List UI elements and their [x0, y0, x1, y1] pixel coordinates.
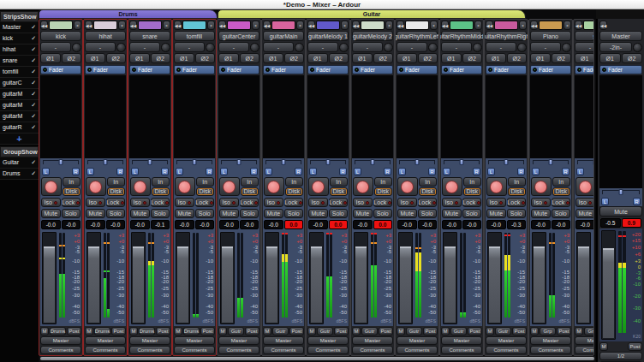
gain-display[interactable]: -0.0 — [219, 220, 239, 229]
processor-active-led[interactable] — [43, 68, 47, 72]
output-button[interactable]: Master — [263, 336, 304, 345]
trim-knob[interactable] — [72, 43, 81, 52]
solo-lock-button[interactable]: Lock — [418, 198, 438, 207]
input-button[interactable]: - — [218, 42, 249, 52]
pan-left-button[interactable]: L — [354, 168, 361, 175]
solo-isolate-button[interactable]: Iso — [575, 198, 594, 207]
monitor-input-button[interactable]: In — [374, 177, 393, 187]
sidebar-strip-row[interactable]: guitarM ✓ — [0, 111, 39, 122]
output-button[interactable]: Master — [218, 336, 259, 345]
gain-display[interactable]: -0.0 — [264, 220, 283, 229]
strip-width-icon[interactable]: ◀◀ — [397, 21, 404, 30]
solo-lock-button[interactable]: Lock — [240, 198, 259, 207]
solo-button[interactable]: Solo — [106, 209, 126, 218]
show-checkbox[interactable]: ✓ — [31, 102, 36, 109]
sidebar-strip-row[interactable]: Guitar ✓ — [0, 157, 39, 169]
fader[interactable] — [176, 232, 190, 324]
pan-right-button[interactable]: R — [116, 168, 124, 175]
peak-display[interactable]: 0.0 — [373, 220, 393, 229]
color-chip[interactable] — [405, 21, 429, 30]
pan-slider[interactable] — [593, 159, 595, 165]
mute-button[interactable]: Mute — [175, 209, 194, 218]
monitor-input-button[interactable]: In — [330, 177, 349, 187]
monitor-disk-button[interactable]: Disk — [196, 187, 215, 197]
master-name-button[interactable]: Master — [599, 31, 642, 41]
record-enable-button[interactable] — [442, 177, 462, 196]
fader-handle[interactable] — [489, 246, 500, 323]
comments-button[interactable]: Comments — [441, 346, 482, 354]
fader-handle[interactable] — [444, 246, 456, 323]
show-checkbox[interactable]: ✓ — [31, 113, 36, 120]
master-input-button[interactable]: -2in- — [599, 42, 632, 52]
record-enable-button[interactable] — [86, 177, 106, 196]
show-checkbox[interactable]: ✓ — [31, 91, 36, 98]
record-enable-button[interactable] — [41, 177, 62, 196]
fader-processor-entry[interactable]: Fader — [575, 65, 594, 74]
monitor-disk-button[interactable]: Disk — [419, 187, 438, 197]
input-button[interactable]: - — [129, 42, 160, 52]
record-enable-button[interactable] — [175, 177, 195, 196]
processor-active-led[interactable] — [488, 68, 492, 72]
meter-point-button[interactable]: Post — [628, 342, 642, 351]
pan-right-button[interactable]: R — [339, 168, 347, 175]
hide-strip-icon[interactable]: × — [564, 21, 571, 30]
pan-right-button[interactable]: R — [161, 168, 169, 175]
input-button[interactable]: - — [174, 42, 205, 52]
hide-strip-icon[interactable]: × — [296, 21, 304, 30]
strip-name-button[interactable]: tomfill — [174, 31, 215, 41]
processor-box[interactable] — [397, 75, 438, 158]
fader-handle[interactable] — [578, 246, 589, 323]
processor-active-led[interactable] — [87, 68, 92, 72]
output-button[interactable]: Master — [307, 336, 349, 345]
input-button[interactable]: - — [307, 42, 338, 52]
fader[interactable] — [398, 232, 413, 324]
monitor-input-button[interactable]: In — [552, 177, 571, 187]
record-enable-button[interactable] — [531, 177, 552, 196]
monitor-disk-button[interactable]: Disk — [107, 187, 126, 197]
solo-isolate-button[interactable]: Iso — [397, 198, 417, 207]
monitor-input-button[interactable]: In — [285, 177, 304, 187]
pan-left-button[interactable]: L — [443, 168, 450, 175]
peak-display[interactable]: -0.3 — [507, 220, 527, 229]
pan-slider[interactable] — [460, 159, 464, 165]
output-button[interactable]: Master — [441, 336, 482, 345]
strip-width-icon[interactable]: ◀◀ — [530, 21, 538, 30]
metering-button[interactable]: M — [441, 327, 450, 335]
processor-box[interactable] — [530, 75, 571, 158]
hide-strip-icon[interactable]: × — [385, 21, 393, 30]
phase-1-button[interactable]: Ø1 — [263, 53, 283, 63]
record-enable-button[interactable] — [264, 177, 284, 196]
trim-knob[interactable] — [562, 43, 571, 52]
input-button[interactable]: - — [575, 42, 594, 52]
mute-button[interactable]: Mute — [397, 209, 417, 218]
monitor-input-button[interactable]: In — [508, 177, 527, 187]
processor-active-led[interactable] — [132, 68, 136, 72]
phase-2-button[interactable]: Ø2 — [106, 53, 127, 63]
pan-left-button[interactable]: L — [309, 168, 317, 175]
phase-2-button[interactable]: Ø2 — [195, 53, 216, 63]
processor-active-led[interactable] — [265, 68, 270, 72]
pan-left-button[interactable]: L — [131, 168, 139, 175]
input-button[interactable]: - — [40, 42, 71, 52]
color-chip[interactable] — [271, 21, 295, 30]
metering-button[interactable]: M — [352, 327, 361, 335]
pan-control[interactable] — [129, 158, 170, 167]
solo-lock-button[interactable]: Lock — [329, 198, 349, 207]
input-button[interactable]: - — [530, 42, 561, 52]
peak-display[interactable]: -0.0 — [195, 220, 215, 229]
processor-box[interactable] — [352, 75, 393, 158]
pan-slider[interactable] — [619, 189, 623, 195]
group-button[interactable]: Gutr — [495, 327, 511, 335]
meter-point-button[interactable]: Post — [67, 327, 81, 335]
input-button[interactable]: - — [486, 42, 516, 52]
show-checkbox[interactable]: ✓ — [31, 57, 36, 64]
phase-2-button[interactable]: Ø2 — [62, 53, 82, 63]
pan-right-button[interactable]: R — [72, 168, 80, 175]
record-enable-button[interactable] — [308, 177, 329, 196]
phase-2-button[interactable]: Ø2 — [622, 53, 643, 63]
solo-isolate-button[interactable]: Iso — [308, 198, 328, 207]
comments-button[interactable]: Comments — [85, 346, 126, 354]
meter-point-button[interactable]: Post — [111, 327, 126, 335]
pan-slider[interactable] — [148, 159, 152, 165]
fader[interactable] — [131, 232, 146, 324]
